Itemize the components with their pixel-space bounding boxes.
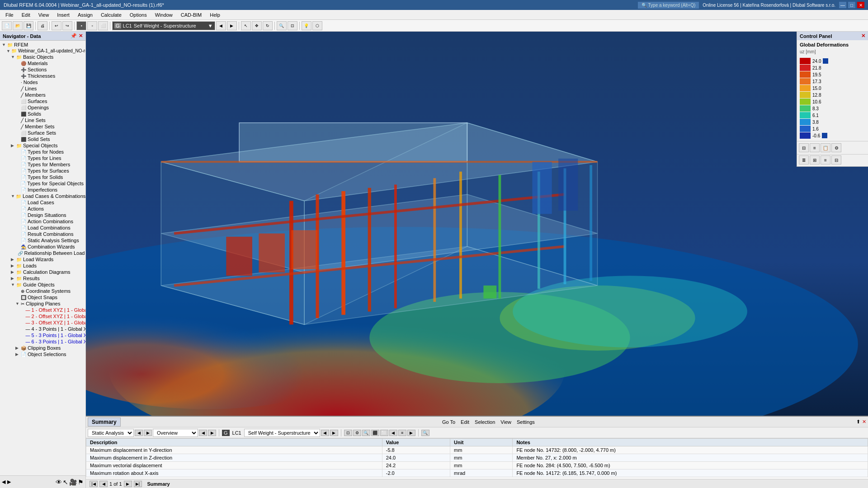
menu-insert[interactable]: Insert bbox=[53, 11, 73, 19]
menu-cad-bim[interactable]: CAD-BIM bbox=[177, 11, 205, 19]
nav-materials[interactable]: 🟤 Materials bbox=[0, 60, 85, 66]
nav-close-icon[interactable]: ✕ bbox=[79, 33, 83, 39]
btn-next[interactable]: ▶ bbox=[144, 430, 152, 436]
btn-lc-prev[interactable]: ◀ bbox=[321, 430, 329, 436]
bottom-close-icon[interactable]: ✕ bbox=[862, 419, 866, 425]
nav-clipping-planes[interactable]: ▼ ✂ Clipping Planes bbox=[0, 300, 85, 307]
analysis-type-select[interactable]: Static Analysis bbox=[88, 429, 134, 437]
filter-btn[interactable]: 🔍 bbox=[362, 430, 370, 436]
nav-types-members[interactable]: 📄 Types for Members bbox=[0, 161, 85, 168]
nav-actions[interactable]: 📄 Actions bbox=[0, 206, 85, 212]
menu-window[interactable]: Window bbox=[151, 11, 176, 19]
nav-surface-sets[interactable]: ⬜ Surface Sets bbox=[0, 130, 85, 136]
btn-lc-next[interactable]: ▶ bbox=[330, 430, 338, 436]
nav-solids[interactable]: ⬛ Solids bbox=[0, 111, 85, 117]
nav-clip-3[interactable]: — 3 - Offset XYZ | 1 - Global X bbox=[0, 319, 85, 326]
nav-nodes[interactable]: · Nodes bbox=[0, 79, 85, 85]
nav-eye-icon[interactable]: 👁 bbox=[56, 479, 62, 486]
zoom-btn[interactable]: 🔍 bbox=[277, 21, 287, 30]
nav-load-wizards[interactable]: ▶ 📁 Load Wizards bbox=[0, 256, 85, 263]
nav-design-situations[interactable]: 📄 Design Situations bbox=[0, 212, 85, 218]
nav-clipping-boxes[interactable]: ▶ 📦 Clipping Boxes bbox=[0, 345, 85, 351]
prev-page-btn[interactable]: ◀ bbox=[389, 430, 397, 436]
nav-clip-2[interactable]: — 2 - Offset XYZ | 1 - Global X bbox=[0, 313, 85, 319]
menu-assign[interactable]: Assign bbox=[74, 11, 96, 19]
view2[interactable]: ▫ bbox=[87, 21, 97, 30]
table-select[interactable]: Overview bbox=[153, 429, 198, 437]
table-config-btn[interactable]: ⚙ bbox=[353, 430, 361, 436]
lc-selector[interactable]: G LC1 Self Weight - Superstructure ▼ bbox=[112, 21, 215, 30]
open-btn[interactable]: 📂 bbox=[13, 21, 23, 30]
new-btn[interactable]: 📄 bbox=[2, 21, 12, 30]
nav-loads[interactable]: ▶ 📁 Loads bbox=[0, 263, 85, 269]
nav-line-sets[interactable]: ╱ Line Sets bbox=[0, 117, 85, 123]
bottom-menu-edit[interactable]: Edit bbox=[461, 419, 469, 425]
cp-btn-4[interactable]: ⚙ bbox=[831, 143, 841, 152]
move-btn[interactable]: ✥ bbox=[252, 21, 262, 30]
cp-close-button[interactable]: ✕ bbox=[861, 33, 865, 39]
render-btn[interactable]: 💡 bbox=[302, 21, 311, 30]
rotate-btn[interactable]: ↻ bbox=[263, 21, 273, 30]
nav-results[interactable]: ▶ 📁 Results bbox=[0, 275, 85, 282]
cp-btn-2[interactable]: ≡ bbox=[810, 143, 820, 152]
bottom-menu-view[interactable]: View bbox=[500, 419, 511, 425]
redo-btn[interactable]: ↪ bbox=[62, 21, 72, 30]
lc-prev[interactable]: ◀ bbox=[216, 21, 226, 30]
search-btn[interactable]: 🔍 bbox=[421, 430, 429, 436]
close-button[interactable]: ✕ bbox=[857, 2, 864, 8]
navigator-content[interactable]: ▼ 📁 RFEM ▼ 📁 Webinar_GA-1_all-updated_NO… bbox=[0, 41, 85, 475]
cp-btn-6[interactable]: ⊞ bbox=[810, 155, 820, 164]
nav-solid-sets[interactable]: ⬛ Solid Sets bbox=[0, 136, 85, 142]
nav-clip-1[interactable]: — 1 - Offset XYZ | 1 - Global X bbox=[0, 307, 85, 313]
btn-next2[interactable]: ▶ bbox=[208, 430, 216, 436]
nav-thicknesses[interactable]: ➕ Thicknesses bbox=[0, 73, 85, 79]
nav-combination-wizards[interactable]: 🧙 Combination Wizards bbox=[0, 244, 85, 250]
nav-lines[interactable]: ╱ Lines bbox=[0, 85, 85, 92]
expand-btn[interactable]: ⬛ bbox=[371, 430, 379, 436]
export-btn[interactable]: ⬜ bbox=[380, 430, 388, 436]
nav-types-lines[interactable]: 📄 Types for Lines bbox=[0, 155, 85, 161]
nav-scroll-right[interactable]: ▶ bbox=[7, 479, 11, 485]
first-page-btn[interactable]: |◀ bbox=[90, 481, 98, 487]
nav-members[interactable]: ╱ Members bbox=[0, 92, 85, 98]
window-controls[interactable]: — □ ✕ bbox=[839, 2, 864, 8]
btn-prev2[interactable]: ◀ bbox=[199, 430, 207, 436]
nav-pin-icon[interactable]: 📌 bbox=[71, 33, 77, 39]
btn-prev[interactable]: ◀ bbox=[135, 430, 143, 436]
bottom-menu-settings[interactable]: Settings bbox=[517, 419, 535, 425]
nav-calc-diagrams[interactable]: ▶ 📁 Calculation Diagrams bbox=[0, 269, 85, 275]
nav-sections[interactable]: ➕ Sections bbox=[0, 66, 85, 73]
nav-types-special[interactable]: 📄 Types for Special Objects bbox=[0, 180, 85, 187]
viewport-3d[interactable]: Control Panel ✕ Global Deformations uz [… bbox=[86, 32, 868, 416]
menu-help[interactable]: Help bbox=[206, 11, 224, 19]
next-page-btn2[interactable]: ▶ bbox=[124, 481, 132, 487]
last-page-btn[interactable]: ▶| bbox=[134, 481, 142, 487]
nav-relationship[interactable]: 🔗 Relationship Between Load C bbox=[0, 250, 85, 256]
minimize-button[interactable]: — bbox=[839, 2, 846, 8]
nav-types-solids[interactable]: 📄 Types for Solids bbox=[0, 174, 85, 180]
nav-coord-systems[interactable]: ⊕ Coordinate Systems bbox=[0, 288, 85, 294]
menu-file[interactable]: File bbox=[2, 11, 17, 19]
bottom-menu-goto[interactable]: Go To bbox=[442, 419, 455, 425]
nav-flag-icon[interactable]: ⚑ bbox=[78, 479, 84, 486]
lc-next[interactable]: ▶ bbox=[227, 21, 237, 30]
nav-action-combinations[interactable]: 📄 Action Combinations bbox=[0, 218, 85, 225]
nav-surfaces[interactable]: ⬜ Surfaces bbox=[0, 98, 85, 104]
save-btn[interactable]: 💾 bbox=[24, 21, 33, 30]
zoom-fit-btn[interactable]: ⊡ bbox=[344, 430, 352, 436]
nav-imperfections[interactable]: 📄 Imperfections bbox=[0, 187, 85, 193]
bottom-maximize-icon[interactable]: ⬆ bbox=[856, 419, 860, 425]
nav-special-objects[interactable]: ▶ 📁 Special Objects bbox=[0, 142, 85, 149]
nav-load-cases-combo[interactable]: ▼ 📁 Load Cases & Combinations bbox=[0, 193, 85, 199]
next-page-btn[interactable]: ▶ bbox=[407, 430, 415, 436]
nav-clip-4[interactable]: — 4 - 3 Points | 1 - Global XYZ bbox=[0, 326, 85, 332]
bottom-menu-selection[interactable]: Selection bbox=[475, 419, 495, 425]
nav-basic-objects[interactable]: ▼ 📁 Basic Objects bbox=[0, 54, 85, 60]
nav-load-combinations[interactable]: 📄 Load Combinations bbox=[0, 225, 85, 231]
zoom-all[interactable]: ⊡ bbox=[288, 21, 297, 30]
nav-object-snaps[interactable]: 🔲 Object Snaps bbox=[0, 294, 85, 300]
nav-types-surfaces[interactable]: 📄 Types for Surfaces bbox=[0, 168, 85, 174]
maximize-button[interactable]: □ bbox=[848, 2, 855, 8]
nav-clip-6[interactable]: — 6 - 3 Points | 1 - Global XYZ bbox=[0, 338, 85, 345]
nav-rfem-root[interactable]: ▼ 📁 RFEM bbox=[0, 42, 85, 48]
